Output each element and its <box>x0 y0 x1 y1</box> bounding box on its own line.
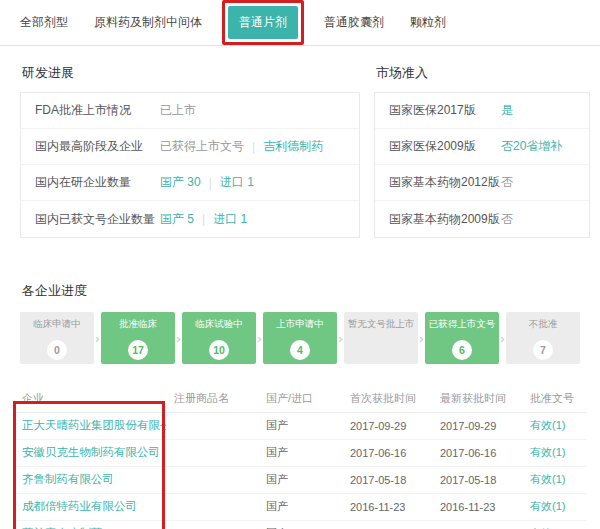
latest-approval-cell: 2016-11-23 <box>432 493 522 520</box>
first-approval-cell: 2017-06-16 <box>342 439 432 466</box>
domestic-count-link[interactable]: 国产 5 <box>160 211 194 228</box>
divider: | <box>252 140 255 154</box>
latest-approval-cell: 2017-05-18 <box>432 466 522 493</box>
stage-label: 不批准 <box>508 318 578 330</box>
domestic-count-link[interactable]: 国产 30 <box>160 174 201 191</box>
stage-no-license-approved[interactable]: 暂无文号批上市 <box>344 312 418 364</box>
origin-cell: 国产 <box>258 520 342 529</box>
dosage-form-tabs: 全部剂型 原料药及制剂中间体 普通片剂 普通胶囊剂 颗粒剂 <box>0 0 600 46</box>
medicare-2017-value-link[interactable]: 是 <box>501 103 513 117</box>
table-row: 安徽贝克生物制药有限公司 国产 2017-06-16 2017-06-16 有效… <box>14 439 586 466</box>
company-table: 企业 注册商品名 国产/进口 首次获批时间 最新获批时间 批准文号 正大天晴药业… <box>14 386 586 529</box>
row-label: FDA批准上市情况 <box>35 102 160 119</box>
first-approval-cell: 2016-11-23 <box>342 493 432 520</box>
divider: | <box>209 176 212 190</box>
market-access-panel: 市场准入 国家医保2017版 是 国家医保2009版 否20省增补 国家基本药物… <box>374 64 590 238</box>
table-header-row: 企业 注册商品名 国产/进口 首次获批时间 最新获批时间 批准文号 <box>14 386 586 412</box>
tab-granule[interactable]: 颗粒剂 <box>410 14 446 31</box>
latest-approval-cell: 2017-06-16 <box>432 439 522 466</box>
company-link-gilead[interactable]: 吉利德制药 <box>263 138 323 155</box>
rd-row-fda: FDA批准上市情况 已上市 <box>21 93 359 129</box>
stage-count-badge: 6 <box>452 340 472 360</box>
row-value: 否 <box>501 175 513 189</box>
table-row: 齐鲁制药有限公司 国产 2017-05-18 2017-05-18 有效(1) <box>14 466 586 493</box>
divider: | <box>202 212 205 226</box>
company-progress-title: 各企业进度 <box>22 282 580 300</box>
latest-approval-cell: 2015-04-29 <box>432 520 522 529</box>
chevron-right-icon: › <box>419 332 423 345</box>
medicare-2009-value-link[interactable]: 否20省增补 <box>501 139 562 153</box>
stage-label: 临床试验中 <box>184 318 254 330</box>
license-link[interactable]: 有效(1) <box>530 473 565 485</box>
import-count-link[interactable]: 进口 1 <box>213 211 247 228</box>
stage-clinical-applying[interactable]: 临床申请中 0 <box>20 312 94 364</box>
chevron-right-icon: › <box>500 332 504 345</box>
stage-count-badge: 10 <box>209 340 229 360</box>
stage-not-approved[interactable]: 不批准 7 <box>506 312 580 364</box>
chevron-right-icon: › <box>257 332 261 345</box>
col-header-license: 批准文号 <box>522 386 586 412</box>
stage-count-badge: 4 <box>290 340 310 360</box>
table-row: 葛兰素史克制药 国产 2015-04-29 2015-04-29 有效(1) <box>14 520 586 529</box>
tab-plain-tablet[interactable]: 普通片剂 <box>228 6 298 39</box>
stage-clinical-approved[interactable]: 批准临床 17 <box>101 312 175 364</box>
origin-cell: 国产 <box>258 493 342 520</box>
company-link[interactable]: 安徽贝克生物制药有限公司 <box>22 446 160 458</box>
col-header-origin: 国产/进口 <box>258 386 342 412</box>
row-label: 国家基本药物2012版 <box>389 174 501 191</box>
brand-cell <box>166 466 258 493</box>
table-row: 正大天晴药业集团股份有限公司 国产 2017-09-29 2017-09-29 … <box>14 412 586 439</box>
rd-row-highest-stage: 国内最高阶段及企业 已获得上市文号 | 吉利德制药 <box>21 129 359 165</box>
stage-license-obtained[interactable]: 已获得上市文号 6 <box>425 312 499 364</box>
info-panels: 研发进展 FDA批准上市情况 已上市 国内最高阶段及企业 已获得上市文号 | 吉… <box>0 46 600 238</box>
tab-all-dosage-forms[interactable]: 全部剂型 <box>20 14 68 31</box>
stage-in-clinical-trial[interactable]: 临床试验中 10 <box>182 312 256 364</box>
stage-marketing-applying[interactable]: 上市申请中 4 <box>263 312 337 364</box>
stage-label: 暂无文号批上市 <box>346 318 416 330</box>
stage-label: 上市申请中 <box>265 318 335 330</box>
brand-cell <box>166 412 258 439</box>
tab-plain-tablet-label: 普通片剂 <box>239 15 287 29</box>
first-approval-cell: 2017-05-18 <box>342 466 432 493</box>
company-link[interactable]: 成都倍特药业有限公司 <box>22 500 137 512</box>
origin-cell: 国产 <box>258 466 342 493</box>
stage-label: 临床申请中 <box>22 318 92 330</box>
company-progress-pipeline: 临床申请中 0 › 批准临床 17 › 临床试验中 10 › 上市申请中 4 ›… <box>20 312 580 364</box>
stage-label: 已获得上市文号 <box>427 318 497 330</box>
stage-count-badge: 7 <box>533 340 553 360</box>
row-label: 国内已获文号企业数量 <box>35 211 160 228</box>
market-row-essential-2012: 国家基本药物2012版 否 <box>375 165 589 201</box>
stage-count-badge: 17 <box>128 340 148 360</box>
row-label: 国内最高阶段及企业 <box>35 138 160 155</box>
license-link[interactable]: 有效(1) <box>530 500 565 512</box>
tab-plain-capsule[interactable]: 普通胶囊剂 <box>324 14 384 31</box>
table-row: 成都倍特药业有限公司 国产 2016-11-23 2016-11-23 有效(1… <box>14 493 586 520</box>
company-table-section: 企业 注册商品名 国产/进口 首次获批时间 最新获批时间 批准文号 正大天晴药业… <box>0 386 600 529</box>
license-link[interactable]: 有效(1) <box>530 419 565 431</box>
rd-progress-panel: 研发进展 FDA批准上市情况 已上市 国内最高阶段及企业 已获得上市文号 | 吉… <box>20 64 360 238</box>
origin-cell: 国产 <box>258 439 342 466</box>
drug-detail-page: 全部剂型 原料药及制剂中间体 普通片剂 普通胶囊剂 颗粒剂 研发进展 FDA批准… <box>0 0 600 529</box>
company-link[interactable]: 正大天晴药业集团股份有限公司 <box>22 419 166 431</box>
rd-row-companies-in-research: 国内在研企业数量 国产 30 | 进口 1 <box>21 165 359 201</box>
import-count-link[interactable]: 进口 1 <box>220 174 254 191</box>
row-label: 国家基本药物2009版 <box>389 211 501 228</box>
company-progress-section: 各企业进度 临床申请中 0 › 批准临床 17 › 临床试验中 10 › 上市申… <box>0 238 600 364</box>
brand-cell <box>166 439 258 466</box>
origin-cell: 国产 <box>258 412 342 439</box>
market-access-title: 市场准入 <box>376 64 590 82</box>
col-header-latest-approval: 最新获批时间 <box>432 386 522 412</box>
market-row-medicare-2017: 国家医保2017版 是 <box>375 93 589 129</box>
chevron-right-icon: › <box>338 332 342 345</box>
company-link[interactable]: 齐鲁制药有限公司 <box>22 473 114 485</box>
market-row-essential-2009: 国家基本药物2009版 否 <box>375 201 589 237</box>
row-value: 已上市 <box>160 102 196 119</box>
first-approval-cell: 2015-04-29 <box>342 520 432 529</box>
rd-progress-title: 研发进展 <box>22 64 360 82</box>
col-header-brand: 注册商品名 <box>166 386 258 412</box>
rd-row-companies-licensed: 国内已获文号企业数量 国产 5 | 进口 1 <box>21 201 359 237</box>
tab-api-and-intermediates[interactable]: 原料药及制剂中间体 <box>94 14 202 31</box>
license-link[interactable]: 有效(1) <box>530 446 565 458</box>
brand-cell <box>166 493 258 520</box>
row-value: 否 <box>501 212 513 226</box>
